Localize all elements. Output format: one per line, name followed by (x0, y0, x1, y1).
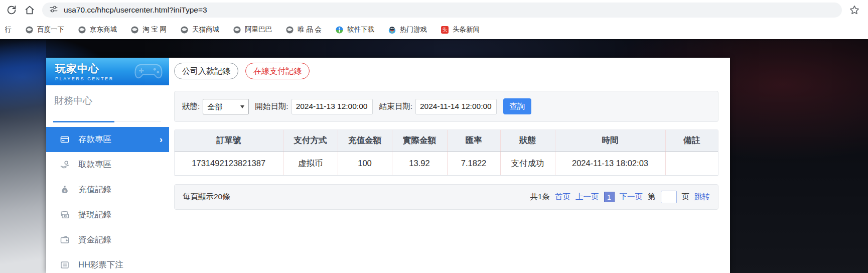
status-label: 狀態: (182, 101, 200, 112)
records-table-wrap: 訂單號 支付方式 充值金額 實際金額 匯率 狀態 時間 備註 173149212 (174, 129, 718, 176)
banknotes-icon (60, 210, 70, 220)
status-select[interactable]: 全部 (203, 99, 249, 114)
sidebar-item-recharge-records[interactable]: ¥ 充值記錄 (46, 177, 169, 202)
start-date-input[interactable] (292, 99, 373, 114)
header-time: 時間 (555, 130, 665, 152)
bookmark-label: 头条新闻 (453, 25, 480, 34)
bookmark-label: 百度一下 (37, 25, 64, 34)
table-row: 1731492123821387 虚拟币 100 13.92 7.1822 支付… (175, 152, 718, 175)
bookmark-item-news[interactable]: 头 头条新闻 (441, 25, 480, 34)
bookmark-item-alibaba[interactable]: 阿里巴巴 (233, 25, 272, 34)
status-select-wrap: 全部 (203, 99, 249, 114)
cell-remark (665, 152, 718, 175)
globe-favicon-icon (233, 26, 241, 34)
header-actual-amount: 實際金額 (392, 130, 447, 152)
bookmark-label: 京东商城 (90, 25, 117, 34)
site-settings-icon[interactable] (49, 5, 58, 16)
bookmark-label: 唯 品 会 (298, 25, 322, 34)
sidebar-item-label: 充值記錄 (78, 184, 111, 195)
cell-exchange-rate: 7.1822 (447, 152, 500, 175)
finance-center-heading: 財務中心 (54, 85, 161, 122)
hand-coin-icon (60, 160, 70, 170)
header-recharge-amount: 充值金額 (338, 130, 392, 152)
jump-suffix-text: 页 (682, 192, 690, 202)
jump-prefix-text: 第 (648, 192, 656, 202)
cell-recharge-amount: 100 (338, 152, 392, 175)
total-count-text: 共1条 (530, 192, 550, 202)
sidebar-item-withdrawal-records[interactable]: 提現記錄 (46, 202, 169, 227)
sidebar-item-label: 存款專區 (78, 134, 111, 145)
current-page-indicator[interactable]: 1 (604, 192, 615, 202)
url-text: usa70.cc/hhcp/usercenter.html?iniType=3 (64, 6, 207, 15)
sidebar-item-withdraw-zone[interactable]: 取款專區 (46, 152, 169, 177)
bookmark-item-baidu[interactable]: 百度一下 (25, 25, 64, 34)
globe-favicon-icon (25, 26, 34, 34)
search-button[interactable]: 查詢 (503, 98, 531, 114)
jump-button[interactable]: 跳转 (694, 192, 710, 202)
bookmark-label: 阿里巴巴 (245, 25, 272, 34)
page-size-text: 每頁顯示20條 (183, 192, 230, 202)
browser-toolbar: usa70.cc/hhcp/usercenter.html?iniType=3 (0, 0, 868, 20)
toutiao-favicon-icon: 头 (441, 26, 449, 34)
software-favicon-icon (335, 26, 344, 34)
record-tabs: 公司入款記錄 在線支付記錄 (174, 63, 718, 79)
bookmark-item-vip[interactable]: 唯 品 会 (285, 25, 322, 34)
game-favicon-icon (388, 26, 396, 34)
next-page-link[interactable]: 下一页 (620, 192, 643, 202)
bookmark-item-clipped[interactable]: 行 (5, 25, 12, 34)
sidebar-item-label: 取款專區 (78, 159, 111, 170)
main-content: 公司入款記錄 在線支付記錄 狀態: 全部 開始日期: 結束日期: 查詢 (169, 58, 731, 273)
header-order-no: 訂單號 (175, 130, 283, 152)
pagination-controls: 共1条 首页 上一页 1 下一页 第 页 跳转 (530, 191, 710, 203)
end-date-input[interactable] (415, 99, 497, 114)
wallet-icon (60, 235, 70, 245)
globe-favicon-icon (130, 26, 139, 34)
sidebar-menu: 存款專區 › 取款專區 ¥ 充值記錄 (46, 127, 169, 273)
sidebar-item-hh-lottery-bets[interactable]: HH彩票下注 (46, 252, 169, 273)
sidebar-item-deposit-zone[interactable]: 存款專區 › (46, 127, 169, 152)
sidebar-item-label: 資金記錄 (78, 234, 111, 245)
page-jump-input[interactable] (661, 191, 677, 203)
cell-time: 2024-11-13 18:02:03 (555, 152, 665, 175)
reload-icon[interactable] (6, 5, 17, 16)
cell-payment-method: 虚拟币 (283, 152, 338, 175)
bookmark-item-jd[interactable]: 京东商城 (78, 25, 117, 34)
bookmark-item-tmall[interactable]: 天猫商城 (180, 25, 219, 34)
header-exchange-rate: 匯率 (447, 130, 500, 152)
bookmark-item-taobao[interactable]: 淘 宝 网 (130, 25, 167, 34)
first-page-link[interactable]: 首页 (555, 192, 570, 202)
filter-bar: 狀態: 全部 開始日期: 結束日期: 查詢 (174, 91, 718, 122)
chevron-right-icon: › (160, 134, 163, 145)
bookmark-item-games[interactable]: 热门游戏 (388, 25, 427, 34)
sidebar-item-label: 提現記錄 (78, 209, 111, 220)
money-bag-icon: ¥ (60, 185, 70, 195)
user-center-panel: 玩家中心 PLAYERS CENTER 財務中心 (46, 58, 730, 273)
globe-favicon-icon (180, 26, 189, 34)
sidebar-item-label: HH彩票下注 (78, 259, 123, 270)
bookmarks-bar: 行 百度一下 京东商城 淘 宝 网 天猫商城 阿里巴巴 唯 品 会 软件下载 热… (0, 20, 868, 39)
list-document-icon (60, 260, 70, 270)
tab-online-payment-records[interactable]: 在線支付記錄 (245, 63, 310, 79)
start-date-label: 開始日期: (255, 101, 288, 112)
cell-order-no: 1731492123821387 (175, 152, 283, 175)
players-center-banner: 玩家中心 PLAYERS CENTER (46, 58, 169, 85)
cell-actual-amount: 13.92 (392, 152, 447, 175)
home-icon[interactable] (24, 5, 35, 16)
globe-favicon-icon (285, 26, 294, 34)
sidebar-item-funds-records[interactable]: 資金記錄 (46, 227, 169, 252)
bookmark-item-software[interactable]: 软件下载 (335, 25, 374, 34)
bookmark-label: 热门游戏 (400, 25, 427, 34)
bookmark-star-icon[interactable] (849, 5, 860, 16)
table-header-row: 訂單號 支付方式 充值金額 實際金額 匯率 狀態 時間 備註 (175, 130, 718, 152)
prev-page-link[interactable]: 上一页 (575, 192, 599, 202)
bookmark-label: 天猫商城 (192, 25, 219, 34)
address-bar[interactable]: usa70.cc/hhcp/usercenter.html?iniType=3 (42, 3, 842, 18)
tab-company-deposit-records[interactable]: 公司入款記錄 (174, 63, 238, 79)
globe-favicon-icon (78, 26, 86, 34)
header-status: 狀態 (500, 130, 555, 152)
end-date-label: 結束日期: (379, 101, 412, 112)
pagination-bar: 每頁顯示20條 共1条 首页 上一页 1 下一页 第 页 跳转 (174, 184, 718, 210)
background-left-strip (0, 39, 46, 273)
svg-text:头: 头 (442, 27, 448, 33)
page-background: 玩家中心 PLAYERS CENTER 財務中心 (0, 39, 868, 273)
